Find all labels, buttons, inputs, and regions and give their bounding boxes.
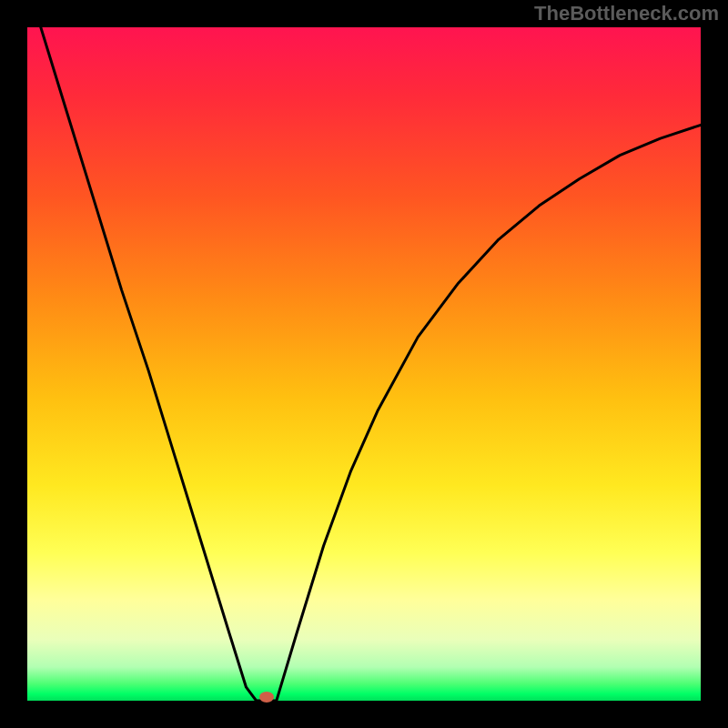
plot-area [27, 27, 701, 701]
watermark-text: TheBottleneck.com [534, 2, 719, 25]
minimum-marker [259, 692, 274, 703]
curve-svg [27, 27, 701, 701]
chart-frame: TheBottleneck.com [0, 0, 728, 728]
bottleneck-curve [41, 27, 701, 701]
